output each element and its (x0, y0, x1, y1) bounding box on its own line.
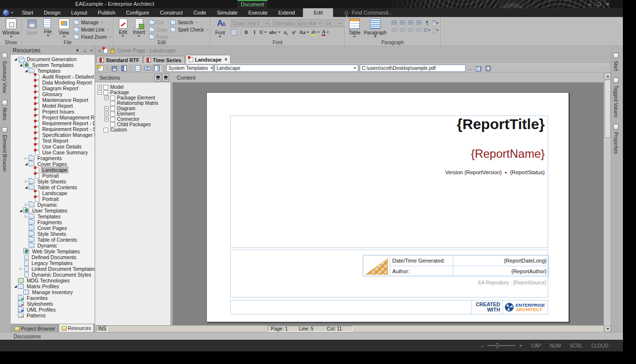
stamp-toggle-button[interactable] (154, 74, 161, 82)
zoom-slider-thumb[interactable] (496, 343, 498, 348)
toggle-panel-button[interactable] (153, 65, 161, 72)
close-tab-icon[interactable]: × (223, 57, 227, 62)
num-lock-indicator[interactable]: NUM (550, 343, 561, 348)
resource-tree-item[interactable]: Favorites (11, 295, 95, 301)
report-title-field[interactable]: {ReportTitle} (457, 116, 545, 132)
checkbox[interactable] (110, 96, 115, 100)
pin-icon[interactable]: ⊥ (83, 48, 87, 53)
insert-button[interactable]: Insert (131, 18, 147, 37)
clipboard-button[interactable]: Paste (149, 33, 169, 40)
field-label[interactable]: Author: (390, 266, 453, 277)
editor-tab[interactable]: Standard RTF (96, 56, 143, 64)
resource-tree-item[interactable]: Fragments (11, 219, 95, 225)
resource-tree-item[interactable]: Table of Contents (11, 184, 95, 190)
report-version-line[interactable]: Version {ReportVersion} ● {ReportStatus} (445, 169, 545, 175)
section-tree-item[interactable]: Connector (95, 116, 170, 122)
dock-tab[interactable]: Summary View (2, 53, 7, 93)
field-value[interactable]: {ReportDateLong} (453, 255, 549, 266)
paragraph-format-button[interactable] (424, 20, 431, 26)
font-format-button[interactable]: x² (290, 29, 298, 36)
vertical-scrollbar[interactable] (603, 73, 611, 332)
import-button[interactable] (120, 65, 128, 72)
ribbon-tab[interactable]: Publish (93, 8, 121, 17)
date-field-button[interactable] (474, 65, 483, 72)
view-button[interactable]: View (56, 18, 72, 37)
edit-button[interactable]: Edit (115, 18, 131, 37)
expander-icon[interactable] (104, 96, 109, 100)
field-label[interactable]: Date/Time Generated: (390, 255, 453, 266)
resource-tree-item[interactable]: Project Management Report (11, 115, 95, 120)
paragraph-align-button[interactable] (407, 27, 414, 33)
overflow-chevron-icon[interactable]: » (98, 48, 101, 53)
resource-tree-item[interactable]: Patterns (11, 313, 95, 318)
font-format-button[interactable]: Aa (299, 29, 310, 36)
resource-tree-item[interactable]: Diagram Report (11, 85, 95, 91)
resource-tree-item[interactable]: Table of Contents (11, 237, 95, 243)
output-path-field[interactable]: C:\users\scott\Desktop\sample.pdf (360, 65, 466, 72)
ribbon-context-tab-document[interactable]: Document (237, 0, 268, 8)
ribbon-tab[interactable]: Configure (121, 8, 155, 17)
minimize-button[interactable]: – (588, 0, 591, 7)
section-tree-item[interactable]: Model (95, 84, 170, 90)
font-format-button[interactable]: I (251, 29, 258, 36)
paragraph-format-button[interactable] (432, 20, 439, 26)
expander-icon[interactable] (104, 106, 109, 111)
resource-tree-item[interactable]: Cover Pages (11, 225, 95, 231)
browse-button[interactable]: ... (467, 66, 473, 71)
resource-tree-item[interactable]: Use Case Details (11, 144, 95, 149)
edit-tool-button[interactable]: Search (170, 19, 208, 26)
ribbon-tab-edit-active[interactable]: Edit (303, 8, 333, 17)
paragraph-format-button[interactable] (407, 20, 414, 26)
document-page[interactable]: {ReportTitle} {ReportName} Version {Repo… (206, 92, 569, 322)
expander-icon[interactable] (13, 284, 18, 289)
section-tree-item[interactable]: Diagram (95, 106, 170, 111)
panel-tab[interactable]: Project Browser (12, 325, 58, 332)
expander-icon[interactable] (24, 156, 29, 161)
dock-tab[interactable]: Element Browser (2, 127, 7, 172)
close-icon[interactable]: × (90, 48, 93, 53)
resource-tree-item[interactable]: Style Sheets (11, 179, 95, 184)
section-tree-item[interactable]: Child Packages (95, 122, 170, 127)
font-format-button[interactable]: A (321, 29, 330, 36)
text-style-combo[interactable]: Cover Text 1 (231, 19, 270, 27)
resource-tree-item[interactable]: Portrait (11, 173, 95, 179)
paragraph-align-button[interactable] (391, 27, 398, 33)
dock-tab[interactable]: Properties (613, 124, 619, 154)
resource-tree-item[interactable]: Manage Inventory (11, 289, 95, 295)
section-tree-item[interactable]: Element (95, 111, 170, 116)
font-format-button[interactable]: abc (268, 29, 281, 36)
resource-tree-item[interactable]: Templates (11, 68, 95, 74)
repository-line[interactable]: EA Repository : {ReportSource} (478, 280, 546, 285)
field-value[interactable]: {ReportAuthor} (453, 266, 549, 277)
editor-tab[interactable]: Landscape × (185, 55, 231, 64)
checkbox[interactable] (103, 90, 108, 95)
find-replace-button[interactable] (143, 65, 151, 72)
window-button[interactable]: Window (3, 18, 19, 37)
resource-tree-item[interactable]: Data Modeling Report (11, 80, 95, 85)
scroll-lock-indicator[interactable]: SCRL (569, 343, 583, 348)
resource-tree-item[interactable]: Templates (11, 214, 95, 219)
checkbox[interactable] (103, 128, 108, 132)
panel-tab[interactable]: Resources (59, 324, 94, 332)
ribbon-tab[interactable]: Construct (154, 8, 188, 17)
paragraph-format-button[interactable] (391, 20, 398, 26)
paragraph-align-button[interactable] (399, 27, 406, 33)
expander-icon[interactable] (24, 214, 29, 219)
dock-tab[interactable]: Tagged Values (613, 78, 619, 117)
stack-button[interactable]: Fixed Zoom (74, 33, 112, 40)
resource-tree-item[interactable]: Glossary (11, 91, 95, 97)
file-button[interactable]: File (40, 18, 56, 36)
dock-tab[interactable]: Notes (2, 100, 7, 120)
resource-tree-item[interactable]: Legacy Templates (11, 260, 95, 266)
paragraph-format-button[interactable] (399, 20, 406, 26)
resource-tree-item[interactable]: Portrait (11, 196, 95, 202)
edit-tool-button[interactable]: Spell Check (170, 26, 208, 33)
expander-icon[interactable] (24, 179, 29, 184)
editor-tab[interactable]: Time Series (143, 56, 185, 64)
maximize-button[interactable]: □ (597, 0, 601, 7)
resource-tree-item[interactable]: Defined Documents (11, 254, 95, 260)
resource-tree-item[interactable]: Project Issues (11, 109, 95, 115)
expander-icon[interactable] (24, 185, 29, 190)
expander-icon[interactable] (24, 68, 29, 73)
resource-tree-item[interactable]: Model Report (11, 103, 95, 109)
